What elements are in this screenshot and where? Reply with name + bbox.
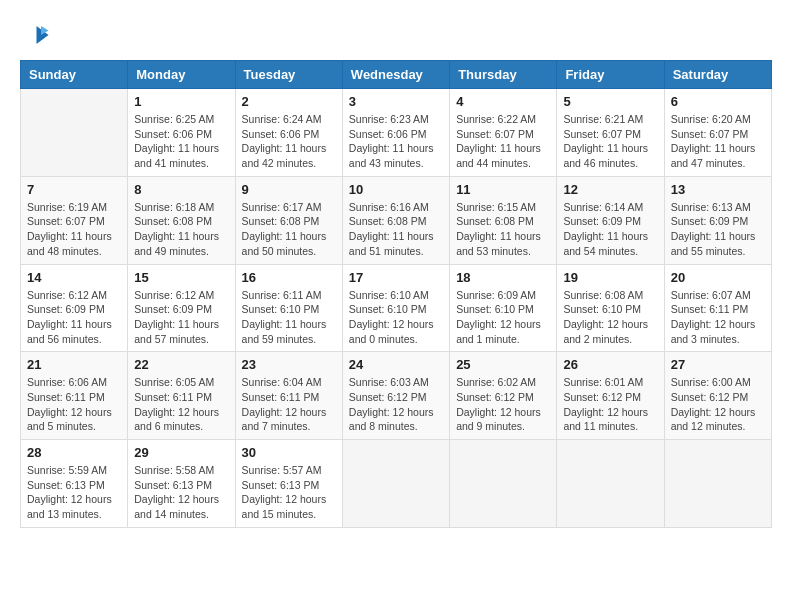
day-number: 9 bbox=[242, 182, 336, 197]
calendar-cell: 18Sunrise: 6:09 AM Sunset: 6:10 PM Dayli… bbox=[450, 264, 557, 352]
page-header bbox=[20, 20, 772, 50]
calendar-cell: 3Sunrise: 6:23 AM Sunset: 6:06 PM Daylig… bbox=[342, 89, 449, 177]
day-info: Sunrise: 6:20 AM Sunset: 6:07 PM Dayligh… bbox=[671, 112, 765, 171]
day-number: 3 bbox=[349, 94, 443, 109]
day-number: 16 bbox=[242, 270, 336, 285]
day-number: 26 bbox=[563, 357, 657, 372]
calendar-cell bbox=[557, 440, 664, 528]
day-number: 28 bbox=[27, 445, 121, 460]
calendar-week-4: 21Sunrise: 6:06 AM Sunset: 6:11 PM Dayli… bbox=[21, 352, 772, 440]
day-info: Sunrise: 6:07 AM Sunset: 6:11 PM Dayligh… bbox=[671, 288, 765, 347]
day-info: Sunrise: 5:59 AM Sunset: 6:13 PM Dayligh… bbox=[27, 463, 121, 522]
calendar-header: SundayMondayTuesdayWednesdayThursdayFrid… bbox=[21, 61, 772, 89]
calendar-cell: 1Sunrise: 6:25 AM Sunset: 6:06 PM Daylig… bbox=[128, 89, 235, 177]
logo-icon bbox=[20, 20, 50, 50]
day-info: Sunrise: 6:02 AM Sunset: 6:12 PM Dayligh… bbox=[456, 375, 550, 434]
day-number: 25 bbox=[456, 357, 550, 372]
calendar-cell: 26Sunrise: 6:01 AM Sunset: 6:12 PM Dayli… bbox=[557, 352, 664, 440]
day-number: 13 bbox=[671, 182, 765, 197]
calendar-cell: 5Sunrise: 6:21 AM Sunset: 6:07 PM Daylig… bbox=[557, 89, 664, 177]
calendar-cell: 29Sunrise: 5:58 AM Sunset: 6:13 PM Dayli… bbox=[128, 440, 235, 528]
calendar-cell bbox=[342, 440, 449, 528]
calendar-cell: 28Sunrise: 5:59 AM Sunset: 6:13 PM Dayli… bbox=[21, 440, 128, 528]
day-info: Sunrise: 6:21 AM Sunset: 6:07 PM Dayligh… bbox=[563, 112, 657, 171]
day-number: 4 bbox=[456, 94, 550, 109]
day-number: 22 bbox=[134, 357, 228, 372]
calendar-week-3: 14Sunrise: 6:12 AM Sunset: 6:09 PM Dayli… bbox=[21, 264, 772, 352]
day-info: Sunrise: 6:22 AM Sunset: 6:07 PM Dayligh… bbox=[456, 112, 550, 171]
calendar-table: SundayMondayTuesdayWednesdayThursdayFrid… bbox=[20, 60, 772, 528]
weekday-header-saturday: Saturday bbox=[664, 61, 771, 89]
day-number: 1 bbox=[134, 94, 228, 109]
calendar-cell: 25Sunrise: 6:02 AM Sunset: 6:12 PM Dayli… bbox=[450, 352, 557, 440]
day-number: 5 bbox=[563, 94, 657, 109]
calendar-cell: 8Sunrise: 6:18 AM Sunset: 6:08 PM Daylig… bbox=[128, 176, 235, 264]
calendar-cell: 14Sunrise: 6:12 AM Sunset: 6:09 PM Dayli… bbox=[21, 264, 128, 352]
day-info: Sunrise: 6:05 AM Sunset: 6:11 PM Dayligh… bbox=[134, 375, 228, 434]
day-info: Sunrise: 6:24 AM Sunset: 6:06 PM Dayligh… bbox=[242, 112, 336, 171]
day-info: Sunrise: 5:58 AM Sunset: 6:13 PM Dayligh… bbox=[134, 463, 228, 522]
calendar-cell: 15Sunrise: 6:12 AM Sunset: 6:09 PM Dayli… bbox=[128, 264, 235, 352]
calendar-cell: 11Sunrise: 6:15 AM Sunset: 6:08 PM Dayli… bbox=[450, 176, 557, 264]
calendar-cell: 30Sunrise: 5:57 AM Sunset: 6:13 PM Dayli… bbox=[235, 440, 342, 528]
day-info: Sunrise: 6:08 AM Sunset: 6:10 PM Dayligh… bbox=[563, 288, 657, 347]
day-info: Sunrise: 6:15 AM Sunset: 6:08 PM Dayligh… bbox=[456, 200, 550, 259]
day-number: 30 bbox=[242, 445, 336, 460]
day-number: 20 bbox=[671, 270, 765, 285]
calendar-cell: 21Sunrise: 6:06 AM Sunset: 6:11 PM Dayli… bbox=[21, 352, 128, 440]
day-number: 15 bbox=[134, 270, 228, 285]
day-info: Sunrise: 6:23 AM Sunset: 6:06 PM Dayligh… bbox=[349, 112, 443, 171]
calendar-cell: 22Sunrise: 6:05 AM Sunset: 6:11 PM Dayli… bbox=[128, 352, 235, 440]
weekday-header-row: SundayMondayTuesdayWednesdayThursdayFrid… bbox=[21, 61, 772, 89]
day-number: 11 bbox=[456, 182, 550, 197]
day-info: Sunrise: 6:11 AM Sunset: 6:10 PM Dayligh… bbox=[242, 288, 336, 347]
day-info: Sunrise: 6:18 AM Sunset: 6:08 PM Dayligh… bbox=[134, 200, 228, 259]
day-info: Sunrise: 6:13 AM Sunset: 6:09 PM Dayligh… bbox=[671, 200, 765, 259]
day-number: 10 bbox=[349, 182, 443, 197]
calendar-cell: 27Sunrise: 6:00 AM Sunset: 6:12 PM Dayli… bbox=[664, 352, 771, 440]
calendar-cell: 6Sunrise: 6:20 AM Sunset: 6:07 PM Daylig… bbox=[664, 89, 771, 177]
weekday-header-wednesday: Wednesday bbox=[342, 61, 449, 89]
day-number: 7 bbox=[27, 182, 121, 197]
day-number: 12 bbox=[563, 182, 657, 197]
calendar-cell: 7Sunrise: 6:19 AM Sunset: 6:07 PM Daylig… bbox=[21, 176, 128, 264]
day-number: 23 bbox=[242, 357, 336, 372]
day-info: Sunrise: 5:57 AM Sunset: 6:13 PM Dayligh… bbox=[242, 463, 336, 522]
day-number: 8 bbox=[134, 182, 228, 197]
day-number: 18 bbox=[456, 270, 550, 285]
day-info: Sunrise: 6:14 AM Sunset: 6:09 PM Dayligh… bbox=[563, 200, 657, 259]
day-number: 19 bbox=[563, 270, 657, 285]
weekday-header-sunday: Sunday bbox=[21, 61, 128, 89]
day-info: Sunrise: 6:12 AM Sunset: 6:09 PM Dayligh… bbox=[134, 288, 228, 347]
calendar-cell: 20Sunrise: 6:07 AM Sunset: 6:11 PM Dayli… bbox=[664, 264, 771, 352]
day-number: 14 bbox=[27, 270, 121, 285]
day-info: Sunrise: 6:25 AM Sunset: 6:06 PM Dayligh… bbox=[134, 112, 228, 171]
day-info: Sunrise: 6:10 AM Sunset: 6:10 PM Dayligh… bbox=[349, 288, 443, 347]
day-number: 17 bbox=[349, 270, 443, 285]
calendar-cell: 4Sunrise: 6:22 AM Sunset: 6:07 PM Daylig… bbox=[450, 89, 557, 177]
weekday-header-thursday: Thursday bbox=[450, 61, 557, 89]
day-info: Sunrise: 6:06 AM Sunset: 6:11 PM Dayligh… bbox=[27, 375, 121, 434]
calendar-cell: 24Sunrise: 6:03 AM Sunset: 6:12 PM Dayli… bbox=[342, 352, 449, 440]
day-number: 2 bbox=[242, 94, 336, 109]
calendar-cell: 12Sunrise: 6:14 AM Sunset: 6:09 PM Dayli… bbox=[557, 176, 664, 264]
weekday-header-friday: Friday bbox=[557, 61, 664, 89]
calendar-cell bbox=[664, 440, 771, 528]
day-info: Sunrise: 6:12 AM Sunset: 6:09 PM Dayligh… bbox=[27, 288, 121, 347]
calendar-cell bbox=[450, 440, 557, 528]
day-info: Sunrise: 6:04 AM Sunset: 6:11 PM Dayligh… bbox=[242, 375, 336, 434]
day-info: Sunrise: 6:03 AM Sunset: 6:12 PM Dayligh… bbox=[349, 375, 443, 434]
day-number: 21 bbox=[27, 357, 121, 372]
calendar-cell bbox=[21, 89, 128, 177]
day-number: 6 bbox=[671, 94, 765, 109]
weekday-header-monday: Monday bbox=[128, 61, 235, 89]
day-number: 24 bbox=[349, 357, 443, 372]
weekday-header-tuesday: Tuesday bbox=[235, 61, 342, 89]
day-info: Sunrise: 6:19 AM Sunset: 6:07 PM Dayligh… bbox=[27, 200, 121, 259]
calendar-cell: 10Sunrise: 6:16 AM Sunset: 6:08 PM Dayli… bbox=[342, 176, 449, 264]
calendar-cell: 13Sunrise: 6:13 AM Sunset: 6:09 PM Dayli… bbox=[664, 176, 771, 264]
calendar-body: 1Sunrise: 6:25 AM Sunset: 6:06 PM Daylig… bbox=[21, 89, 772, 528]
calendar-cell: 19Sunrise: 6:08 AM Sunset: 6:10 PM Dayli… bbox=[557, 264, 664, 352]
day-number: 27 bbox=[671, 357, 765, 372]
calendar-cell: 23Sunrise: 6:04 AM Sunset: 6:11 PM Dayli… bbox=[235, 352, 342, 440]
